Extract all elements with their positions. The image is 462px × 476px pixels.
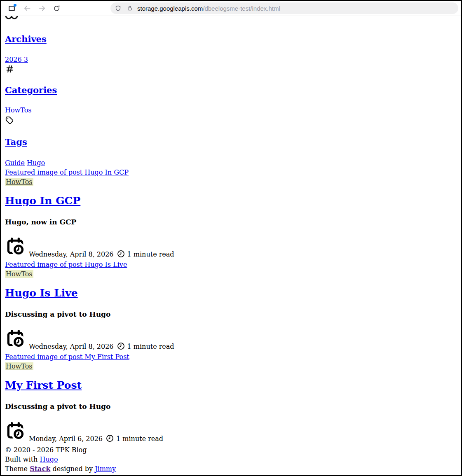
tag-link-hugo[interactable]: Hugo (27, 159, 45, 167)
post-title-link[interactable]: Hugo In GCP (5, 195, 80, 207)
featured-image-link[interactable]: Featured image of post My First Post (5, 353, 129, 361)
lock-icon (127, 5, 133, 12)
infinity-icon (5, 16, 19, 19)
browser-window: storage.googleapis.com/dbeelogsme-test/i… (0, 0, 462, 476)
copyright-text: © 2020 - 2026 TPK Blog (5, 445, 461, 455)
archive-item: 2026 3 (5, 55, 461, 64)
calendar-time-icon (5, 328, 26, 349)
post-subtitle: Discussing a pivot to Hugo (5, 309, 461, 319)
theme-text: Theme (5, 465, 30, 473)
back-button[interactable] (21, 2, 33, 14)
url-domain: storage.googleapis.com (137, 5, 203, 12)
site-footer: © 2020 - 2026 TPK Blog Built with Hugo T… (5, 445, 461, 474)
archive-item-link[interactable]: 2026 3 (5, 56, 28, 63)
categories-widget-title: Categories (5, 84, 461, 96)
forward-arrow-icon (38, 4, 46, 12)
tab-notification-dot (14, 4, 16, 7)
post-title: Hugo Is Live (5, 287, 461, 300)
post-title-link[interactable]: My First Post (5, 379, 82, 391)
stack-theme-link[interactable]: Stack (30, 465, 50, 473)
post-meta-text: Monday, April 6, 20261 minute read (29, 434, 163, 443)
post-read-time: 1 minute read (127, 250, 174, 258)
post-title-link[interactable]: Hugo Is Live (5, 287, 78, 299)
url-text: storage.googleapis.com/dbeelogsme-test/i… (137, 5, 280, 12)
url-path: /dbeelogsme-test/index.html (203, 5, 280, 12)
categories-title-link[interactable]: Categories (5, 85, 57, 95)
reload-button[interactable] (51, 2, 62, 14)
post-meta: Monday, April 6, 20261 minute read (5, 420, 461, 443)
post-subtitle: Hugo, now in GCP (5, 217, 461, 227)
post-featured-image-line: Featured image of post Hugo In GCP (5, 168, 461, 177)
post-category-line: HowTos (5, 362, 461, 371)
calendar-time-icon (5, 236, 26, 257)
post-meta: Wednesday, April 8, 20261 minute read (5, 328, 461, 351)
hugo-link[interactable]: Hugo (40, 455, 58, 463)
category-badge[interactable]: HowTos (5, 362, 33, 370)
tag-list: GuideHugo (5, 158, 461, 168)
post-subtitle: Discussing a pivot to Hugo (5, 401, 461, 411)
tags-widget-title: Tags (5, 136, 461, 148)
post-meta-text: Wednesday, April 8, 20261 minute read (29, 342, 174, 351)
archives-title-link[interactable]: Archives (5, 34, 47, 44)
calendar-time-icon (5, 420, 26, 441)
page-content: Archives 2026 3 Categories HowTos Tags G… (1, 16, 461, 474)
post-date: Wednesday, April 8, 2026 (29, 250, 114, 258)
post-meta: Wednesday, April 8, 20261 minute read (5, 236, 461, 259)
tag-icon (5, 116, 461, 125)
post-category-line: HowTos (5, 177, 461, 187)
shield-icon (115, 5, 122, 12)
category-item-link[interactable]: HowTos (5, 106, 32, 114)
featured-image-link[interactable]: Featured image of post Hugo In GCP (5, 168, 129, 176)
category-badge[interactable]: HowTos (5, 178, 33, 186)
post-category-line: HowTos (5, 269, 461, 279)
clock-icon (106, 434, 114, 443)
clock-icon (117, 342, 125, 350)
post-featured-image-line: Featured image of post My First Post (5, 352, 461, 362)
post-date: Wednesday, April 8, 2026 (29, 343, 114, 350)
jimmy-link[interactable]: Jimmy (95, 465, 116, 473)
tab-icon[interactable] (6, 2, 17, 14)
post-meta-text: Wednesday, April 8, 20261 minute read (29, 250, 174, 259)
category-item: HowTos (5, 106, 461, 115)
post-title: Hugo In GCP (5, 194, 461, 208)
post-date: Monday, April 6, 2026 (29, 435, 103, 443)
category-badge[interactable]: HowTos (5, 270, 33, 278)
tag-link-guide[interactable]: Guide (5, 159, 25, 167)
clock-icon (117, 250, 125, 258)
tags-title-link[interactable]: Tags (5, 137, 27, 147)
post-read-time: 1 minute read (116, 435, 163, 443)
back-arrow-icon (23, 4, 31, 12)
built-with-line: Built with Hugo (5, 455, 461, 464)
post-read-time: 1 minute read (127, 343, 174, 350)
address-bar[interactable]: storage.googleapis.com/dbeelogsme-test/i… (110, 2, 458, 14)
post-featured-image-line: Featured image of post Hugo Is Live (5, 260, 461, 269)
designed-by-text: designed by (50, 465, 95, 473)
featured-image-link[interactable]: Featured image of post Hugo Is Live (5, 261, 127, 268)
browser-toolbar: storage.googleapis.com/dbeelogsme-test/i… (1, 1, 461, 16)
built-with-text: Built with (5, 455, 40, 463)
archives-widget-title: Archives (5, 33, 461, 45)
post-title: My First Post (5, 379, 461, 392)
forward-button[interactable] (36, 2, 48, 14)
theme-line: Theme Stack designed by Jimmy (5, 464, 461, 474)
hash-icon (5, 64, 461, 74)
reload-icon (53, 5, 61, 12)
